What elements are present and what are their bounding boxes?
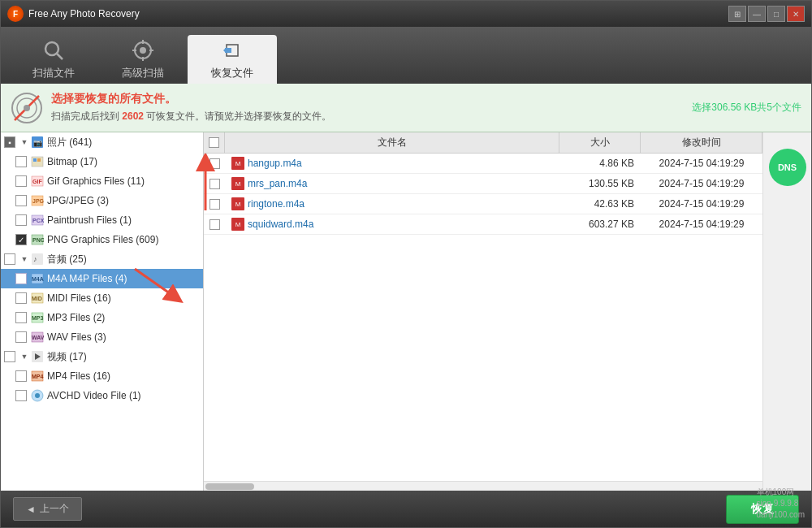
tree-section-audio[interactable]: ▼ ♪ 音频 (25): [1, 249, 203, 269]
right-panel: 文件名 大小 修改时间 M hangup.m4a 4.86 KB 2024-7-…: [204, 132, 762, 491]
advanced-tab-label: 高级扫描: [122, 66, 164, 80]
svg-text:PNG: PNG: [32, 237, 44, 243]
table-row[interactable]: M mrs_pan.m4a 130.55 KB 2024-7-15 04:19:…: [204, 174, 762, 194]
bitmap-checkbox[interactable]: [15, 156, 27, 167]
gif-checkbox[interactable]: [15, 175, 27, 187]
paintbrush-label: Paintbrush Files (1): [47, 214, 132, 226]
png-label: PNG Graphics Files (609): [47, 234, 158, 245]
row3-name: M ringtone.m4a: [225, 194, 559, 214]
tree-item-gif[interactable]: GIF Gif Graphics Files (11): [1, 171, 203, 191]
tree-section-video[interactable]: ▼ 视频 (17): [1, 347, 203, 366]
table-row[interactable]: M squidward.m4a 603.27 KB 2024-7-15 04:1…: [204, 214, 762, 235]
svg-point-40: [35, 393, 40, 398]
close-button[interactable]: ✕: [787, 6, 805, 22]
back-button[interactable]: ◄ 上一个: [13, 497, 82, 521]
svg-text:MP4: MP4: [32, 374, 44, 379]
audio-expand[interactable]: ▼: [19, 253, 30, 265]
row3-size: 42.63 KB: [559, 195, 641, 213]
video-expand[interactable]: ▼: [19, 351, 30, 362]
avchd-icon: [30, 388, 45, 403]
svg-text:♪: ♪: [33, 255, 37, 263]
paintbrush-icon: PCX: [30, 213, 45, 227]
row3-check[interactable]: [204, 196, 225, 213]
tree-item-avchd[interactable]: AVCHD Video File (1): [1, 386, 203, 405]
header-size: 大小: [559, 132, 641, 153]
row1-name: M hangup.m4a: [225, 154, 559, 173]
bottom-bar: ◄ 上一个 恢复: [1, 491, 811, 527]
jpg-icon: JPG: [30, 193, 45, 208]
horizontal-scrollbar[interactable]: [204, 481, 762, 491]
row4-check[interactable]: [204, 216, 225, 233]
wav-checkbox[interactable]: [15, 331, 27, 343]
scrollbar-thumb[interactable]: [205, 483, 254, 490]
tab-scan[interactable]: 扫描文件: [9, 35, 98, 84]
tree-item-paintbrush[interactable]: PCX Paintbrush Files (1): [1, 210, 203, 230]
tree-item-mp4[interactable]: MP4 MP4 Files (16): [1, 366, 203, 386]
svg-text:JPG: JPG: [32, 198, 44, 204]
main-content: ▪ ▼ 📷 照片 (641) Bitmap (17) GIF: [1, 132, 811, 491]
svg-line-1: [57, 54, 63, 59]
video-checkbox[interactable]: [4, 351, 15, 362]
minimize-button[interactable]: —: [748, 6, 766, 22]
bitmap-icon: [30, 154, 45, 169]
audio-icon: ♪: [30, 252, 45, 266]
row1-check[interactable]: [204, 155, 225, 172]
selection-summary: 选择306.56 KB共5个文件: [692, 101, 801, 115]
row3-date: 2024-7-15 04:19:29: [641, 195, 762, 213]
tree-item-m4a[interactable]: M4A M4A M4P Files (4): [1, 269, 203, 288]
photos-icon: 📷: [30, 135, 45, 149]
tree-item-midi[interactable]: MID MIDI Files (16): [1, 288, 203, 308]
svg-point-3: [140, 47, 146, 54]
back-button-label: 上一个: [40, 502, 69, 516]
m4a-label: M4A M4P Files (4): [47, 273, 127, 284]
svg-text:GIF: GIF: [32, 179, 42, 184]
svg-rect-16: [37, 158, 41, 162]
recover-tab-icon: [220, 38, 244, 63]
tree-section-photos[interactable]: ▪ ▼ 📷 照片 (641): [1, 132, 203, 152]
info-bar: 选择要恢复的所有文件。 扫描完成后找到 2602 可恢复文件。请预览并选择要恢复…: [1, 84, 811, 132]
photos-label: 照片 (641): [47, 136, 92, 149]
table-row[interactable]: M hangup.m4a 4.86 KB 2024-7-15 04:19:29: [204, 154, 762, 174]
tree-item-wav[interactable]: WAV WAV Files (3): [1, 327, 203, 347]
table-row[interactable]: M ringtone.m4a 42.63 KB 2024-7-15 04:19:…: [204, 194, 762, 214]
scan-tab-label: 扫描文件: [32, 66, 75, 80]
app-logo: F: [7, 6, 24, 22]
row2-check[interactable]: [204, 175, 225, 193]
mp4-icon: MP4: [30, 369, 45, 383]
title-bar: F Free Any Photo Recovery ⊞ — □ ✕: [1, 1, 811, 27]
svg-point-11: [24, 105, 30, 111]
back-arrow-icon: ◄: [26, 504, 36, 515]
maximize-button[interactable]: □: [767, 6, 785, 22]
dns-panel: DNS: [762, 132, 811, 491]
row4-size: 603.27 KB: [559, 215, 641, 233]
paintbrush-checkbox[interactable]: [15, 214, 27, 226]
tab-advanced[interactable]: 高级扫描: [98, 35, 188, 84]
mp4-checkbox[interactable]: [15, 370, 27, 382]
m4a-checkbox[interactable]: [15, 273, 27, 284]
svg-text:MP3: MP3: [32, 315, 44, 321]
tab-recover[interactable]: 恢复文件: [188, 35, 277, 84]
mp4-label: MP4 Files (16): [47, 370, 110, 382]
mp3-checkbox[interactable]: [15, 312, 27, 323]
svg-text:📷: 📷: [33, 138, 43, 148]
audio-checkbox[interactable]: [4, 253, 15, 265]
tree-item-mp3[interactable]: MP3 MP3 Files (2): [1, 308, 203, 327]
header-check[interactable]: [204, 132, 225, 153]
grid-button[interactable]: ⊞: [728, 6, 746, 22]
tree-item-bitmap[interactable]: Bitmap (17): [1, 152, 203, 171]
app-title: Free Any Photo Recovery: [28, 8, 728, 19]
midi-checkbox[interactable]: [15, 292, 27, 304]
photos-expand[interactable]: ▼: [19, 136, 30, 148]
header-filename: 文件名: [225, 132, 559, 153]
png-checkbox[interactable]: ✓: [15, 234, 27, 245]
scan-tab-icon: [41, 38, 66, 63]
advanced-tab-icon: [131, 38, 155, 63]
tree-item-png[interactable]: ✓ PNG PNG Graphics Files (609): [1, 230, 203, 249]
wav-label: WAV Files (3): [47, 331, 106, 343]
midi-label: MIDI Files (16): [47, 292, 111, 304]
jpg-checkbox[interactable]: [15, 195, 27, 206]
photos-checkbox[interactable]: ▪: [4, 136, 15, 148]
tree-item-jpg[interactable]: JPG JPG/JPEG (3): [1, 191, 203, 210]
all-select-checkbox[interactable]: [209, 137, 219, 148]
avchd-checkbox[interactable]: [15, 390, 27, 401]
